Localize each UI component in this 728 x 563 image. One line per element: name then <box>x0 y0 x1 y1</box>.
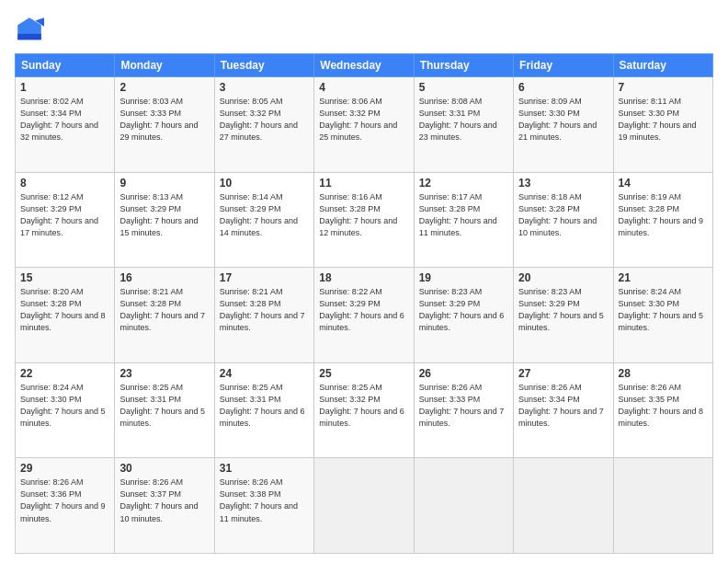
day-info: Sunrise: 8:26 AMSunset: 3:36 PMDaylight:… <box>20 477 109 524</box>
day-header-saturday: Saturday <box>613 54 712 77</box>
day-info: Sunrise: 8:25 AMSunset: 3:31 PMDaylight:… <box>119 382 209 430</box>
day-number: 22 <box>20 367 109 380</box>
day-number: 31 <box>220 462 309 475</box>
calendar-day-4: 4Sunrise: 8:06 AMSunset: 3:32 PMDaylight… <box>314 77 414 173</box>
calendar-day-1: 1Sunrise: 8:02 AMSunset: 3:34 PMDaylight… <box>16 77 115 173</box>
calendar-day-30: 30Sunrise: 8:26 AMSunset: 3:37 PMDayligh… <box>115 458 214 554</box>
day-header-monday: Monday <box>115 54 214 77</box>
day-header-sunday: Sunday <box>16 54 115 77</box>
day-number: 29 <box>20 462 109 475</box>
day-info: Sunrise: 8:13 AMSunset: 3:29 PMDaylight:… <box>119 191 209 239</box>
day-info: Sunrise: 8:03 AMSunset: 3:33 PMDaylight:… <box>119 96 209 144</box>
calendar-week-1: 1Sunrise: 8:02 AMSunset: 3:34 PMDaylight… <box>16 77 713 173</box>
calendar-week-2: 8Sunrise: 8:12 AMSunset: 3:29 PMDaylight… <box>16 172 713 268</box>
day-info: Sunrise: 8:24 AMSunset: 3:30 PMDaylight:… <box>20 382 109 430</box>
calendar-day-29: 29Sunrise: 8:26 AMSunset: 3:36 PMDayligh… <box>16 458 115 554</box>
day-info: Sunrise: 8:25 AMSunset: 3:32 PMDaylight:… <box>319 382 408 430</box>
day-header-wednesday: Wednesday <box>314 54 414 77</box>
day-number: 4 <box>319 81 408 94</box>
day-number: 19 <box>419 271 508 284</box>
day-header-friday: Friday <box>514 54 613 77</box>
day-number: 7 <box>619 81 708 94</box>
day-info: Sunrise: 8:12 AMSunset: 3:29 PMDaylight:… <box>20 191 109 239</box>
calendar-day-7: 7Sunrise: 8:11 AMSunset: 3:30 PMDaylight… <box>613 77 712 173</box>
calendar-day-21: 21Sunrise: 8:24 AMSunset: 3:30 PMDayligh… <box>613 268 712 363</box>
day-info: Sunrise: 8:21 AMSunset: 3:28 PMDaylight:… <box>119 286 209 334</box>
calendar-day-15: 15Sunrise: 8:20 AMSunset: 3:28 PMDayligh… <box>16 268 115 363</box>
day-number: 18 <box>319 271 408 284</box>
calendar-day-14: 14Sunrise: 8:19 AMSunset: 3:28 PMDayligh… <box>613 172 712 268</box>
day-header-tuesday: Tuesday <box>214 54 313 77</box>
day-number: 24 <box>220 367 309 380</box>
day-info: Sunrise: 8:09 AMSunset: 3:30 PMDaylight:… <box>518 96 608 144</box>
day-number: 16 <box>119 271 209 284</box>
day-number: 6 <box>518 81 608 94</box>
calendar-table: SundayMondayTuesdayWednesdayThursdayFrid… <box>15 53 713 554</box>
calendar-day-18: 18Sunrise: 8:22 AMSunset: 3:29 PMDayligh… <box>314 268 414 363</box>
calendar-day-empty <box>314 458 414 554</box>
day-info: Sunrise: 8:23 AMSunset: 3:29 PMDaylight:… <box>419 286 508 334</box>
day-number: 15 <box>20 271 109 284</box>
day-number: 3 <box>220 81 309 94</box>
page: SundayMondayTuesdayWednesdayThursdayFrid… <box>0 0 728 563</box>
calendar-day-19: 19Sunrise: 8:23 AMSunset: 3:29 PMDayligh… <box>414 268 513 363</box>
calendar-day-empty <box>514 458 613 554</box>
day-info: Sunrise: 8:26 AMSunset: 3:34 PMDaylight:… <box>518 382 608 430</box>
day-info: Sunrise: 8:19 AMSunset: 3:28 PMDaylight:… <box>619 191 708 239</box>
day-info: Sunrise: 8:23 AMSunset: 3:29 PMDaylight:… <box>518 286 608 334</box>
calendar-day-empty <box>613 458 712 554</box>
calendar-day-6: 6Sunrise: 8:09 AMSunset: 3:30 PMDaylight… <box>514 77 613 173</box>
day-number: 9 <box>119 177 209 190</box>
calendar-day-22: 22Sunrise: 8:24 AMSunset: 3:30 PMDayligh… <box>16 362 115 458</box>
calendar-day-20: 20Sunrise: 8:23 AMSunset: 3:29 PMDayligh… <box>514 268 613 363</box>
day-number: 5 <box>419 81 508 94</box>
calendar-day-12: 12Sunrise: 8:17 AMSunset: 3:28 PMDayligh… <box>414 172 513 268</box>
day-number: 30 <box>119 462 209 475</box>
calendar-day-10: 10Sunrise: 8:14 AMSunset: 3:29 PMDayligh… <box>214 172 313 268</box>
day-number: 23 <box>119 367 209 380</box>
calendar-week-4: 22Sunrise: 8:24 AMSunset: 3:30 PMDayligh… <box>16 362 713 458</box>
logo <box>15 15 48 44</box>
day-info: Sunrise: 8:05 AMSunset: 3:32 PMDaylight:… <box>220 96 309 144</box>
day-info: Sunrise: 8:17 AMSunset: 3:28 PMDaylight:… <box>419 191 508 239</box>
calendar-day-empty <box>414 458 513 554</box>
day-info: Sunrise: 8:22 AMSunset: 3:29 PMDaylight:… <box>319 286 408 334</box>
calendar-day-27: 27Sunrise: 8:26 AMSunset: 3:34 PMDayligh… <box>514 362 613 458</box>
day-info: Sunrise: 8:26 AMSunset: 3:37 PMDaylight:… <box>119 477 209 524</box>
calendar-day-13: 13Sunrise: 8:18 AMSunset: 3:28 PMDayligh… <box>514 172 613 268</box>
calendar-day-16: 16Sunrise: 8:21 AMSunset: 3:28 PMDayligh… <box>115 268 214 363</box>
calendar-day-24: 24Sunrise: 8:25 AMSunset: 3:31 PMDayligh… <box>214 362 313 458</box>
day-info: Sunrise: 8:02 AMSunset: 3:34 PMDaylight:… <box>20 96 109 144</box>
day-number: 28 <box>619 367 708 380</box>
day-number: 11 <box>319 177 408 190</box>
calendar-day-31: 31Sunrise: 8:26 AMSunset: 3:38 PMDayligh… <box>214 458 313 554</box>
day-info: Sunrise: 8:08 AMSunset: 3:31 PMDaylight:… <box>419 96 508 144</box>
calendar-day-23: 23Sunrise: 8:25 AMSunset: 3:31 PMDayligh… <box>115 362 214 458</box>
calendar-day-3: 3Sunrise: 8:05 AMSunset: 3:32 PMDaylight… <box>214 77 313 173</box>
calendar-day-11: 11Sunrise: 8:16 AMSunset: 3:28 PMDayligh… <box>314 172 414 268</box>
day-number: 10 <box>220 177 309 190</box>
calendar-day-25: 25Sunrise: 8:25 AMSunset: 3:32 PMDayligh… <box>314 362 414 458</box>
day-number: 17 <box>220 271 309 284</box>
day-info: Sunrise: 8:16 AMSunset: 3:28 PMDaylight:… <box>319 191 408 239</box>
day-info: Sunrise: 8:26 AMSunset: 3:33 PMDaylight:… <box>419 382 508 430</box>
day-header-thursday: Thursday <box>414 54 513 77</box>
day-number: 14 <box>619 177 708 190</box>
calendar-day-26: 26Sunrise: 8:26 AMSunset: 3:33 PMDayligh… <box>414 362 513 458</box>
day-info: Sunrise: 8:24 AMSunset: 3:30 PMDaylight:… <box>619 286 708 334</box>
day-info: Sunrise: 8:25 AMSunset: 3:31 PMDaylight:… <box>220 382 309 430</box>
day-info: Sunrise: 8:18 AMSunset: 3:28 PMDaylight:… <box>518 191 608 239</box>
day-info: Sunrise: 8:14 AMSunset: 3:29 PMDaylight:… <box>220 191 309 239</box>
day-info: Sunrise: 8:26 AMSunset: 3:35 PMDaylight:… <box>619 382 708 430</box>
calendar-day-2: 2Sunrise: 8:03 AMSunset: 3:33 PMDaylight… <box>115 77 214 173</box>
day-number: 25 <box>319 367 408 380</box>
day-number: 8 <box>20 177 109 190</box>
day-number: 27 <box>518 367 608 380</box>
calendar-day-5: 5Sunrise: 8:08 AMSunset: 3:31 PMDaylight… <box>414 77 513 173</box>
day-info: Sunrise: 8:06 AMSunset: 3:32 PMDaylight:… <box>319 96 408 144</box>
calendar-week-5: 29Sunrise: 8:26 AMSunset: 3:36 PMDayligh… <box>16 458 713 554</box>
calendar-day-8: 8Sunrise: 8:12 AMSunset: 3:29 PMDaylight… <box>16 172 115 268</box>
day-number: 26 <box>419 367 508 380</box>
calendar-week-3: 15Sunrise: 8:20 AMSunset: 3:28 PMDayligh… <box>16 268 713 363</box>
day-number: 2 <box>119 81 209 94</box>
